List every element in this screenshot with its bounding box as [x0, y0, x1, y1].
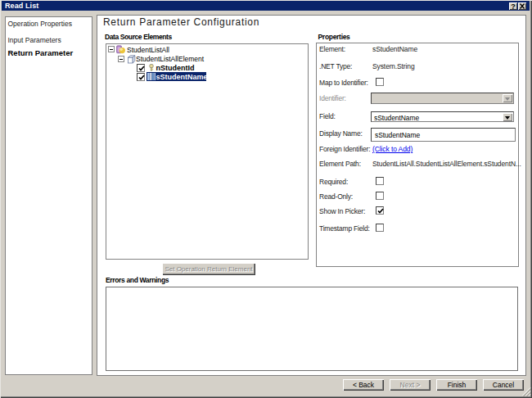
svg-text:?: ? — [511, 2, 516, 10]
